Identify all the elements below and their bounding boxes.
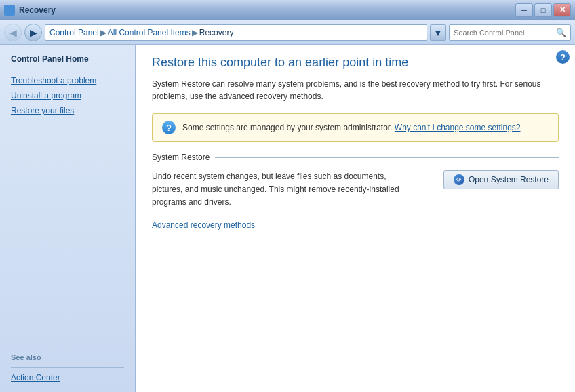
help-button[interactable]: ? xyxy=(556,50,570,64)
section-divider xyxy=(215,157,559,158)
page-description: System Restore can resolve many system p… xyxy=(152,78,559,102)
info-box: ? Some settings are managed by your syst… xyxy=(152,113,559,142)
title-bar-buttons: ─ □ ✕ xyxy=(515,3,571,17)
see-also-label: See also xyxy=(0,351,135,364)
minimize-button[interactable]: ─ xyxy=(515,3,533,17)
advanced-recovery-link[interactable]: Advanced recovery methods xyxy=(152,220,255,230)
breadcrumb-control-panel[interactable]: Control Panel xyxy=(49,28,99,37)
refresh-button[interactable]: ▼ xyxy=(430,24,446,41)
sidebar-item-troubleshoot[interactable]: Troubleshoot a problem xyxy=(0,73,135,88)
sidebar-item-restore-files[interactable]: Restore your files xyxy=(0,103,135,118)
title-bar: Recovery ─ □ ✕ xyxy=(0,0,575,20)
open-system-restore-button[interactable]: ⟳ Open System Restore xyxy=(443,170,559,189)
info-text: Some settings are managed by your system… xyxy=(182,123,521,132)
address-path: Control Panel ▶ All Control Panel Items … xyxy=(45,24,427,41)
system-restore-title: System Restore xyxy=(152,153,215,162)
search-input[interactable] xyxy=(454,28,553,37)
info-icon: ? xyxy=(162,121,176,134)
sidebar-divider xyxy=(11,367,124,368)
search-icon: 🔍 xyxy=(556,28,566,37)
system-restore-section-header: System Restore xyxy=(152,153,559,162)
content-panel: ? Restore this computer to an earlier po… xyxy=(136,45,575,392)
sidebar-item-uninstall[interactable]: Uninstall a program xyxy=(0,88,135,103)
restore-btn-icon: ⟳ xyxy=(454,174,464,185)
back-button[interactable]: ◀ xyxy=(4,24,22,41)
sidebar: Control Panel Home Troubleshoot a proble… xyxy=(0,45,136,392)
sidebar-home[interactable]: Control Panel Home xyxy=(0,52,135,66)
breadcrumb-all-items[interactable]: All Control Panel Items xyxy=(108,28,191,37)
address-bar: ◀ ▶ Control Panel ▶ All Control Panel It… xyxy=(0,20,575,45)
page-title: Restore this computer to an earlier poin… xyxy=(152,56,559,70)
breadcrumb-recovery: Recovery xyxy=(199,28,234,37)
window-icon xyxy=(4,5,15,16)
info-link[interactable]: Why can't I change some settings? xyxy=(395,123,521,132)
section-content: Undo recent system changes, but leave fi… xyxy=(152,170,559,210)
window-title: Recovery xyxy=(19,5,56,15)
close-button[interactable]: ✕ xyxy=(553,3,571,17)
main-container: Control Panel Home Troubleshoot a proble… xyxy=(0,45,575,392)
info-message: Some settings are managed by your system… xyxy=(182,123,392,132)
system-restore-description: Undo recent system changes, but leave fi… xyxy=(152,170,410,210)
forward-button[interactable]: ▶ xyxy=(24,24,42,41)
open-restore-label: Open System Restore xyxy=(469,175,549,184)
sidebar-item-action-center[interactable]: Action Center xyxy=(0,370,135,385)
maximize-button[interactable]: □ xyxy=(534,3,552,17)
title-bar-left: Recovery xyxy=(4,5,56,16)
content-inner: ? Restore this computer to an earlier po… xyxy=(136,45,575,241)
search-box[interactable]: 🔍 xyxy=(449,24,571,41)
